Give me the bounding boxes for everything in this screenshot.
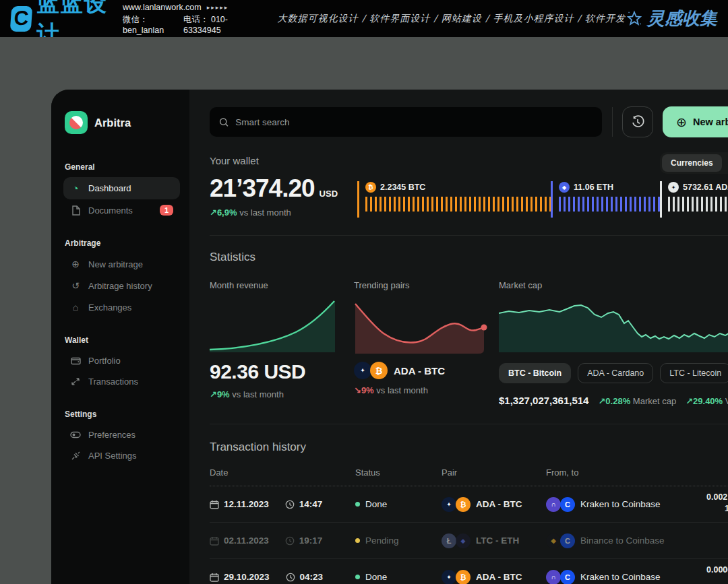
collect-label: 灵感收集	[647, 7, 717, 30]
app-logo[interactable]: Arbitra	[65, 111, 180, 134]
market-cap-value: $1,327,027,361,514	[499, 395, 588, 406]
eth-icon: ◆	[559, 182, 570, 193]
wallet-balance: 21’374.20 USD ↗6,9% vs last month	[210, 174, 357, 218]
search-box[interactable]	[210, 107, 602, 137]
contact-block: www.lanlanwork.com ▸▸▸▸▸ 微信： ben_lanlan …	[123, 3, 249, 35]
balance-value: 21’374.20	[210, 174, 315, 203]
calendar-icon	[210, 500, 219, 509]
topbar-divider	[612, 107, 613, 137]
transaction-history-section: Transaction history Date Status Pair Fro…	[210, 424, 728, 584]
status-label: Pending	[365, 536, 399, 546]
ada-bars	[668, 197, 728, 212]
sidebar-item-portfolio[interactable]: Portfolio	[63, 350, 180, 371]
website-url[interactable]: www.lanlanwork.com	[123, 3, 202, 12]
sidebar-item-documents[interactable]: Documents 1	[63, 199, 180, 221]
coinbase-icon: C	[560, 497, 575, 512]
wallet-section: Your wallet Currencies Exchanges 21’374.…	[210, 137, 728, 236]
sidebar-item-transactions[interactable]: Transactions	[63, 371, 180, 392]
binance-icon: ◆	[546, 533, 561, 548]
balance-currency: USD	[320, 189, 338, 199]
table-row[interactable]: 12.11.2023 14:47 Done ✦ ₿ ADA - BTC ∩ C …	[210, 486, 728, 523]
sidebar-item-new-arbitrage[interactable]: ⊕ New arbitrage	[63, 253, 180, 275]
col-pair: Pair	[442, 467, 546, 478]
coinbase-icon: C	[560, 570, 575, 584]
clock-icon	[285, 500, 295, 509]
col-status: Status	[355, 467, 442, 478]
services-list: 大数据可视化设计 / 软件界面设计 / 网站建设 / 手机及小程序设计 / 软件…	[278, 13, 626, 25]
trending-pairs-card: Trending pairs ✦ ₿ ADA - BTC ↘9% vs last…	[354, 280, 489, 406]
ada-icon: ✦	[354, 362, 371, 379]
pill-btc-bitcoin[interactable]: BTC - Bitcoin	[499, 363, 571, 383]
holdings-strip: ₿ 2.2345 BTC ◆ 11.06 ETH	[357, 174, 728, 218]
status-dot-done	[355, 502, 360, 507]
search-input[interactable]	[235, 117, 593, 127]
plus-icon: ⊕	[676, 115, 687, 130]
coinbase-icon: C	[560, 533, 575, 548]
phone-label: 电话： 010-63334945	[183, 14, 249, 35]
inspiration-collect[interactable]: 灵感收集	[626, 7, 717, 30]
holding-ada[interactable]: ✦ 5732.61 ADA	[660, 181, 728, 218]
status-label: Done	[365, 499, 387, 509]
status-dot-done	[355, 575, 360, 579]
statistics-title: Statistics	[210, 251, 728, 264]
plus-circle-icon: ⊕	[70, 259, 81, 269]
eth-icon: ◆	[456, 533, 471, 548]
ltc-icon: Ł	[442, 533, 456, 548]
arrows-decoration: ▸▸▸▸▸	[207, 4, 229, 11]
month-revenue-value: 92.36 USD	[210, 360, 335, 383]
market-cap-chart	[499, 300, 728, 352]
sidebar-item-api-settings[interactable]: API Settings	[63, 445, 180, 466]
toggle-exchanges[interactable]: Exchanges	[722, 154, 728, 172]
kraken-icon: ∩	[546, 570, 561, 584]
section-general: General	[65, 162, 180, 172]
clock-icon	[286, 573, 295, 582]
clock-icon	[285, 536, 295, 546]
promo-banner: C 蓝蓝设计 www.lanlanwork.com ▸▸▸▸▸ 微信： ben_…	[0, 0, 728, 37]
ada-icon: ✦	[442, 570, 456, 584]
toggle-currencies[interactable]: Currencies	[662, 154, 722, 172]
statistics-section: Statistics Month revenue 92.36 USD ↗9% v…	[210, 236, 728, 424]
table-row[interactable]: 29.10.2023 04:23 Done ✦ ₿ ADA - BTC ∩ C …	[210, 559, 728, 584]
status-label: Done	[365, 572, 387, 582]
sidebar-item-exchanges[interactable]: ⌂ Exchanges	[63, 296, 180, 318]
section-settings: Settings	[65, 410, 180, 419]
holding-btc[interactable]: ₿ 2.2345 BTC	[357, 181, 551, 218]
topbar: ⊕ New arbitrage	[210, 106, 728, 137]
ada-icon: ✦	[442, 497, 456, 512]
wallet-icon	[70, 356, 81, 365]
kraken-icon: ∩	[546, 497, 561, 512]
table-row[interactable]: 02.11.2023 19:17 Pending Ł ◆ LTC - ETH ◆…	[210, 523, 728, 559]
coin-pills: BTC - Bitcoin ADA - Cardano LTC - Liteco…	[499, 363, 728, 383]
search-icon	[219, 117, 229, 127]
ada-icon: ✦	[668, 182, 679, 193]
amount-value: 0.0000	[706, 565, 728, 575]
calendar-icon	[210, 573, 219, 582]
market-cap-stats: $1,327,027,361,514 ↗0.28% Market cap ↗29…	[499, 395, 728, 406]
documents-badge: 1	[160, 205, 173, 216]
history-clock-icon: ↺	[70, 280, 81, 291]
swap-arrows-icon	[70, 377, 81, 386]
toggle-icon	[70, 431, 81, 439]
status-dot-pending	[355, 538, 360, 543]
new-arbitrage-button[interactable]: ⊕ New arbitrage	[663, 106, 728, 137]
calendar-icon	[210, 536, 219, 546]
holding-eth[interactable]: ◆ 11.06 ETH	[551, 181, 660, 218]
pill-ltc-litecoin[interactable]: LTC - Litecoin	[660, 363, 728, 383]
trending-pair-name: ADA - BTC	[394, 365, 445, 377]
home-icon: ⌂	[70, 302, 81, 313]
wallet-title: Your wallet	[210, 155, 728, 166]
pill-ada-cardano[interactable]: ADA - Cardano	[578, 363, 653, 383]
btc-icon: ₿	[456, 570, 471, 584]
market-cap-card: Market cap 1D 7D 1M BTC - Bitcoin ADA - …	[499, 280, 728, 406]
main-content: ⊕ New arbitrage Your wallet Currencies E…	[189, 90, 728, 584]
history-icon	[630, 115, 645, 129]
app-name: Arbitra	[94, 117, 131, 129]
sidebar-item-dashboard[interactable]: ◔ Dashboard	[63, 177, 180, 199]
sidebar-item-preferences[interactable]: Preferences	[63, 424, 180, 445]
table-header: Date Status Pair From, to	[210, 467, 728, 486]
month-revenue-chart	[210, 300, 335, 352]
sidebar-item-arbitrage-history[interactable]: ↺ Arbitrage history	[63, 275, 180, 296]
history-button[interactable]	[622, 106, 653, 137]
transaction-history-title: Transaction history	[210, 441, 728, 454]
section-arbitrage: Arbitrage	[65, 238, 180, 248]
